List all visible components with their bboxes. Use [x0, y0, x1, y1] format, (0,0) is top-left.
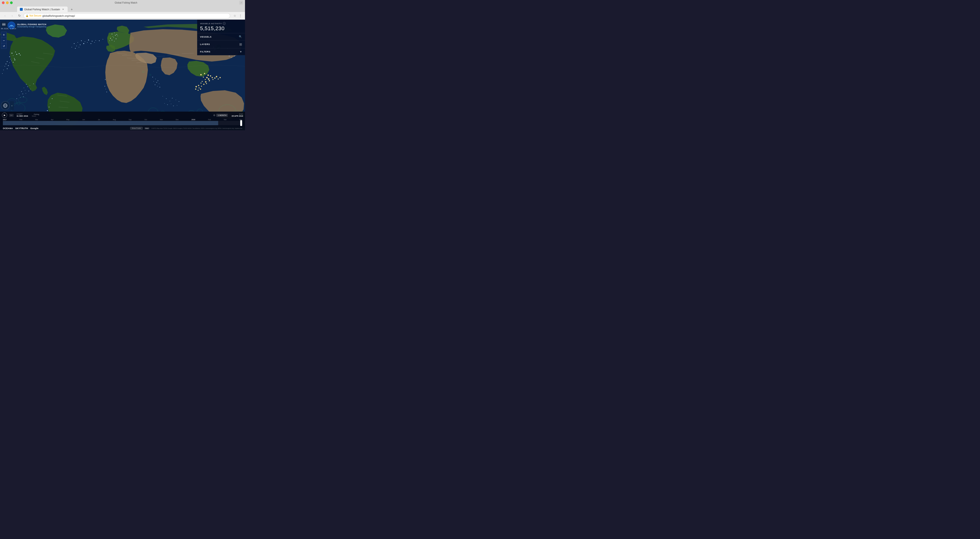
- svg-point-46: [25, 90, 25, 91]
- tab-close-button[interactable]: ✕: [62, 8, 65, 11]
- minimize-button[interactable]: [6, 2, 9, 4]
- menu-button[interactable]: [1, 22, 7, 27]
- search-icon: 🔍: [239, 35, 242, 38]
- security-icon: 🔒: [25, 14, 29, 17]
- maximize-button[interactable]: [10, 2, 13, 4]
- show-footer-button[interactable]: Show Footer: [130, 127, 143, 129]
- address-bar[interactable]: 🔒 Not Secure globalfishingwatch.org/map/: [24, 13, 230, 18]
- menu-icon: [2, 24, 5, 25]
- svg-point-146: [166, 99, 167, 99]
- svg-point-86: [157, 86, 158, 86]
- svg-point-6: [92, 41, 92, 41]
- coordinates-display: 80.6328, 3.6914: [1, 28, 16, 30]
- svg-point-71: [115, 35, 116, 36]
- reload-button[interactable]: ↻: [16, 13, 22, 18]
- timeline-controls: ▶ 1× START 31 DEC 2016 Fishing hours ⚙ 1…: [0, 112, 245, 119]
- logo-title-text: GLOBAL FISHING WATCH: [17, 23, 46, 26]
- svg-point-149: [176, 100, 176, 100]
- svg-point-9: [80, 45, 81, 45]
- svg-point-81: [158, 80, 158, 81]
- svg-point-1: [74, 43, 75, 44]
- svg-point-111: [199, 88, 200, 88]
- zoom-in-button[interactable]: +: [1, 32, 7, 37]
- settings-icon[interactable]: ⚙: [213, 114, 215, 116]
- close-button[interactable]: [2, 2, 5, 4]
- fishing-label-text: Fishing: [34, 113, 39, 115]
- svg-point-103: [218, 78, 219, 80]
- play-icon: ▶: [4, 114, 5, 116]
- svg-point-87: [159, 87, 160, 88]
- svg-point-67: [112, 34, 113, 35]
- layers-panel-section[interactable]: LAYERS ⊞: [197, 40, 245, 48]
- svg-point-84: [159, 84, 159, 84]
- new-tab-button[interactable]: +: [69, 7, 75, 12]
- svg-point-65: [105, 89, 106, 89]
- zoom-controls: + − ↺: [1, 32, 7, 49]
- partner-logos: OCEANA SKYTRUTH Google: [3, 127, 38, 129]
- menu-icon: [2, 26, 5, 26]
- svg-point-55: [50, 103, 51, 104]
- browser-toolbar: ‹ › ↻ 🔒 Not Secure globalfishingwatch.or…: [0, 12, 245, 20]
- svg-point-147: [170, 101, 170, 101]
- svg-point-49: [22, 94, 23, 94]
- logo-text: GLOBAL FISHING WATCH Sustainability thro…: [17, 23, 46, 27]
- vessels-activity-label: VESSELS ACTIVITY i: [200, 22, 242, 25]
- svg-point-77: [112, 40, 113, 40]
- svg-point-92: [206, 77, 208, 78]
- vessels-count: 5,515,230: [200, 26, 242, 32]
- zoom-reset-button[interactable]: ↺: [1, 43, 7, 49]
- svg-point-113: [197, 90, 199, 91]
- footer-controls: Show Footer Beta CARTO Map data ©2016 Go…: [130, 127, 242, 129]
- browser-window: Global Fishing Watch ⤢ Global Fishing Wa…: [0, 0, 245, 20]
- svg-point-24: [16, 54, 17, 55]
- svg-point-75: [116, 38, 116, 39]
- logo-subtitle-text: Sustainability through Transparency: [17, 26, 46, 27]
- svg-point-70: [113, 36, 113, 37]
- svg-point-102: [216, 76, 217, 77]
- period-badge[interactable]: 1 MONTH: [216, 114, 228, 117]
- svg-point-31: [6, 64, 6, 64]
- tab-favicon: [20, 8, 23, 11]
- year-label-2018: 2018: [191, 119, 195, 120]
- bookmark-star-button[interactable]: ☆: [232, 13, 237, 18]
- back-button[interactable]: ‹: [2, 13, 8, 18]
- svg-point-39: [26, 84, 27, 85]
- svg-point-108: [198, 85, 199, 86]
- info-icon[interactable]: i: [223, 22, 226, 25]
- play-button[interactable]: ▶: [2, 113, 7, 118]
- year-label-2017: 2017: [3, 119, 7, 120]
- svg-point-27: [14, 58, 15, 59]
- svg-point-10: [83, 43, 84, 44]
- zoom-out-button[interactable]: −: [1, 37, 7, 43]
- svg-point-40: [30, 85, 30, 86]
- toolbar-icons: ☆ ⋮: [232, 13, 243, 18]
- vessels-panel-section[interactable]: VESSELS 🔍: [197, 33, 245, 40]
- globe-toggle-button[interactable]: [1, 101, 10, 110]
- vessels-activity-section: VESSELS ACTIVITY i 5,515,230: [197, 20, 245, 33]
- svg-point-47: [29, 91, 29, 91]
- attribution-text: CARTO Map data ©2016 Google, INEGI Image…: [151, 128, 242, 129]
- timeline-handle[interactable]: [240, 120, 242, 126]
- svg-point-152: [167, 104, 168, 105]
- svg-point-64: [105, 86, 105, 87]
- svg-point-13: [94, 42, 95, 43]
- resize-icon[interactable]: ⤢: [239, 1, 243, 5]
- beta-badge: Beta: [145, 128, 149, 129]
- svg-point-109: [201, 86, 202, 87]
- svg-point-145: [162, 96, 163, 97]
- svg-point-15: [103, 39, 103, 40]
- globe-collapse-button[interactable]: ‹: [10, 101, 14, 110]
- browser-tab[interactable]: Global Fishing Watch | Sustain ✕: [17, 6, 68, 12]
- speed-button[interactable]: 1×: [9, 114, 14, 117]
- forward-button[interactable]: ›: [9, 13, 15, 18]
- filters-panel-section[interactable]: FILTERS ▼: [197, 48, 245, 55]
- svg-point-69: [116, 34, 117, 35]
- svg-point-112: [195, 89, 196, 90]
- filter-icon: ▼: [240, 50, 242, 53]
- timeline-track[interactable]: [3, 121, 242, 125]
- svg-point-94: [205, 79, 206, 80]
- browser-menu-button[interactable]: ⋮: [238, 13, 243, 18]
- svg-point-83: [156, 82, 157, 83]
- globe-icon: [3, 103, 8, 108]
- start-date-value: 31 DEC 2016: [16, 115, 28, 117]
